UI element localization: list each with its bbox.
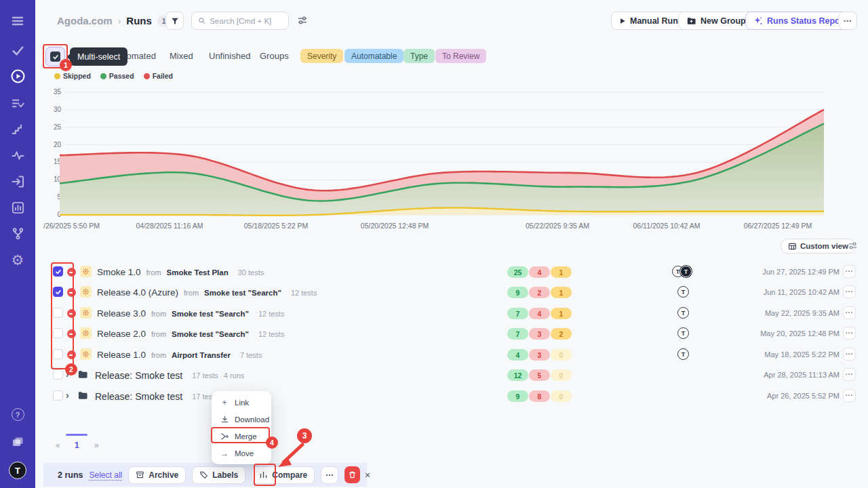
row-more-button[interactable]: ··· bbox=[843, 368, 856, 381]
compare-button[interactable]: Compare bbox=[252, 466, 315, 484]
sidebar-item-analytics[interactable] bbox=[0, 201, 35, 215]
pagination-page-1[interactable]: 1 bbox=[75, 441, 79, 450]
selection-more-button[interactable]: ··· bbox=[321, 466, 338, 484]
tests-count: 12 tests bbox=[291, 289, 317, 297]
close-selection-icon[interactable]: × bbox=[354, 463, 381, 487]
avatar[interactable]: T bbox=[677, 286, 689, 298]
filter-button[interactable] bbox=[165, 12, 184, 30]
multi-select-button[interactable] bbox=[45, 47, 65, 66]
view-settings-icon[interactable] bbox=[848, 241, 858, 253]
avatar[interactable]: T bbox=[677, 348, 689, 360]
y-tick: 20 bbox=[42, 141, 61, 148]
row-more-button[interactable]: ··· bbox=[843, 389, 856, 402]
archive-button[interactable]: Archive bbox=[128, 466, 186, 484]
row-checkbox[interactable] bbox=[53, 287, 63, 297]
menu-item-merge[interactable]: Merge bbox=[212, 428, 271, 445]
sidebar-item-branches[interactable] bbox=[0, 226, 35, 241]
breadcrumb-project[interactable]: Agoda.com bbox=[57, 15, 113, 26]
chevron-right-icon[interactable]: › bbox=[66, 369, 69, 380]
row-checkbox[interactable] bbox=[53, 308, 63, 318]
skipped-pill: 2 bbox=[551, 328, 572, 340]
merge-icon bbox=[220, 432, 229, 441]
row-more-button[interactable]: ··· bbox=[843, 306, 856, 319]
sidebar-item-steps[interactable] bbox=[0, 123, 35, 136]
menu-icon[interactable] bbox=[0, 14, 35, 28]
row-more-button[interactable]: ··· bbox=[843, 285, 856, 298]
legend-failed[interactable]: Failed bbox=[144, 72, 173, 80]
row-checkbox[interactable] bbox=[53, 328, 63, 338]
new-group-button[interactable]: New Group bbox=[678, 12, 754, 30]
play-icon bbox=[619, 18, 626, 24]
search-input[interactable] bbox=[210, 17, 282, 25]
help-icon[interactable]: ? bbox=[0, 408, 35, 421]
row-checkbox[interactable] bbox=[53, 266, 63, 277]
runs-count: 4 runs bbox=[224, 371, 245, 380]
tab-unfinished[interactable]: Unfinished bbox=[209, 51, 250, 61]
badge-severity[interactable]: Severity bbox=[300, 49, 343, 63]
menu-item-link[interactable]: +Link bbox=[212, 394, 271, 411]
badge-to-review[interactable]: To Review bbox=[435, 49, 486, 63]
chevron-right-icon[interactable]: › bbox=[66, 390, 69, 401]
run-title[interactable]: Release 2.0 bbox=[97, 329, 146, 339]
breadcrumb: Agoda.com › Runs 16 bbox=[57, 15, 175, 26]
sidebar-item-suites[interactable] bbox=[0, 96, 35, 110]
sidebar-item-runs[interactable] bbox=[0, 68, 35, 84]
run-title[interactable]: Release 1.0 bbox=[97, 350, 146, 360]
run-source[interactable]: Smoke test "Search" bbox=[172, 310, 249, 318]
group-title[interactable]: Release: Smoke test bbox=[95, 391, 182, 402]
select-all-link[interactable]: Select all bbox=[90, 470, 123, 480]
failed-pill: 5 bbox=[529, 369, 550, 381]
manual-run-button[interactable]: Manual Run bbox=[611, 12, 686, 30]
passed-dot-icon bbox=[100, 73, 106, 79]
custom-view-button[interactable]: Custom view bbox=[781, 239, 856, 253]
row-checkbox[interactable] bbox=[53, 390, 63, 401]
row-checkbox[interactable] bbox=[53, 349, 63, 359]
search-icon bbox=[198, 16, 205, 25]
tab-groups[interactable]: Groups bbox=[260, 51, 289, 61]
settings-gear-icon[interactable]: ⚙ bbox=[0, 252, 35, 268]
search-settings-icon[interactable] bbox=[297, 15, 308, 28]
legend-skipped[interactable]: Skipped bbox=[54, 72, 91, 80]
from-label: from bbox=[151, 351, 166, 359]
x-tick: 06/11/2025 10:42 AM bbox=[633, 222, 700, 230]
badge-automatable[interactable]: Automatable bbox=[344, 49, 403, 63]
sidebar-item-pulse[interactable] bbox=[0, 148, 35, 163]
x-tick: 06/27/2025 12:49 PM bbox=[744, 222, 812, 230]
run-source[interactable]: Smoke Test Plan bbox=[167, 268, 229, 277]
run-source[interactable]: Smoke test "Search" bbox=[204, 289, 281, 297]
manual-run-label: Manual Run bbox=[630, 16, 678, 26]
run-source[interactable]: Smoke test "Search" bbox=[172, 330, 249, 338]
checkbox-check-icon bbox=[50, 52, 60, 62]
pagination-next[interactable]: » bbox=[94, 441, 99, 450]
sidebar-item-tests[interactable] bbox=[0, 43, 35, 58]
row-more-button[interactable]: ··· bbox=[843, 265, 856, 278]
run-date: Jun 11, 2025 10:42 AM bbox=[764, 288, 840, 296]
avatar[interactable]: T bbox=[680, 266, 692, 277]
skipped-pill: 0 bbox=[551, 349, 572, 361]
docs-icon[interactable] bbox=[0, 434, 35, 449]
run-source[interactable]: Airport Transfer bbox=[172, 351, 231, 359]
legend-passed[interactable]: Passed bbox=[100, 72, 134, 80]
menu-item-move[interactable]: →Move bbox=[212, 445, 271, 462]
row-checkbox[interactable] bbox=[53, 369, 63, 380]
y-tick: 10 bbox=[42, 176, 61, 183]
avatar[interactable]: T bbox=[677, 327, 689, 339]
sidebar-item-import[interactable] bbox=[0, 174, 35, 189]
labels-button[interactable]: Labels bbox=[192, 466, 245, 484]
tab-mixed[interactable]: Mixed bbox=[170, 51, 193, 61]
avatar[interactable]: T bbox=[677, 307, 689, 319]
run-title[interactable]: Release 4.0 (Azure) bbox=[97, 287, 178, 298]
badge-type[interactable]: Type bbox=[403, 49, 435, 63]
header-more-button[interactable]: ··· bbox=[838, 12, 857, 30]
row-more-button[interactable]: ··· bbox=[843, 327, 856, 340]
workspace-avatar[interactable]: T bbox=[0, 462, 35, 479]
run-title[interactable]: Release 3.0 bbox=[97, 308, 146, 319]
from-label: from bbox=[151, 330, 166, 338]
pagination-prev[interactable]: « bbox=[56, 441, 60, 450]
menu-item-download[interactable]: Download bbox=[212, 411, 271, 428]
run-title[interactable]: Smoke 1.0 bbox=[97, 267, 141, 277]
row-more-button[interactable]: ··· bbox=[843, 348, 856, 361]
group-title[interactable]: Release: Smoke test bbox=[95, 370, 182, 381]
runs-trend-chart[interactable] bbox=[60, 88, 825, 220]
logo-letter: T bbox=[9, 462, 26, 479]
